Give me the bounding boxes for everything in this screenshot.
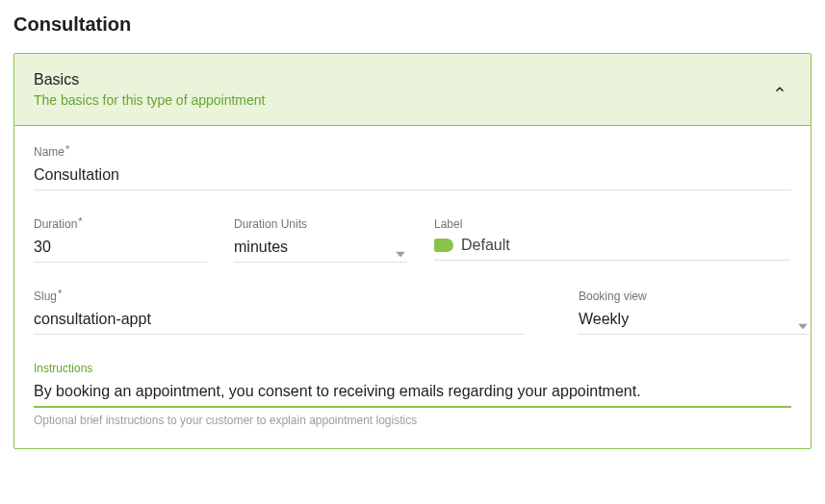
chevron-up-icon[interactable] bbox=[768, 78, 791, 101]
label-label: Label bbox=[434, 217, 790, 231]
panel-header-text: Basics The basics for this type of appoi… bbox=[34, 71, 265, 108]
name-input[interactable] bbox=[34, 163, 791, 190]
slug-field: Slug bbox=[34, 290, 525, 335]
booking-view-select[interactable] bbox=[579, 307, 810, 335]
panel-header[interactable]: Basics The basics for this type of appoi… bbox=[14, 54, 811, 126]
name-field: Name bbox=[34, 145, 791, 190]
panel-body: Name Duration Duration Units bbox=[14, 126, 811, 448]
label-select[interactable]: Default bbox=[434, 235, 790, 261]
basics-panel: Basics The basics for this type of appoi… bbox=[13, 53, 812, 449]
booking-view-label: Booking view bbox=[579, 290, 810, 303]
instructions-input[interactable] bbox=[34, 379, 791, 408]
slug-label: Slug bbox=[34, 290, 525, 303]
tag-icon bbox=[434, 239, 453, 252]
label-value: Default bbox=[461, 237, 510, 254]
duration-input[interactable] bbox=[34, 235, 207, 263]
duration-units-select[interactable] bbox=[234, 235, 407, 263]
slug-input[interactable] bbox=[34, 307, 525, 335]
label-field: Label Default bbox=[434, 217, 790, 261]
duration-field: Duration bbox=[34, 217, 207, 263]
duration-units-label: Duration Units bbox=[234, 217, 407, 231]
duration-label: Duration bbox=[34, 217, 207, 231]
booking-view-field: Booking view bbox=[579, 290, 810, 335]
instructions-helper: Optional brief instructions to your cust… bbox=[34, 414, 791, 427]
instructions-label: Instructions bbox=[34, 362, 791, 375]
instructions-field: Instructions Optional brief instructions… bbox=[34, 362, 791, 427]
duration-units-field: Duration Units bbox=[234, 217, 407, 263]
page-title: Consultation bbox=[13, 13, 812, 36]
name-label: Name bbox=[34, 145, 791, 159]
panel-title: Basics bbox=[34, 71, 265, 88]
panel-subtitle: The basics for this type of appointment bbox=[34, 92, 265, 108]
